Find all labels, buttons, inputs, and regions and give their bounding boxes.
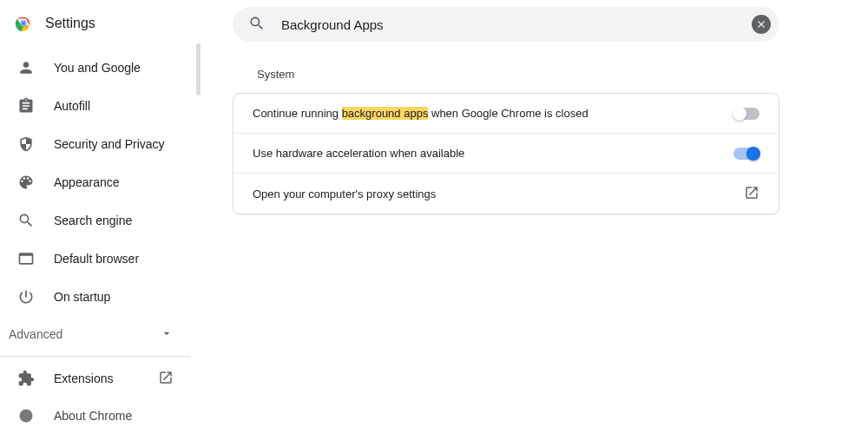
svg-point-3 <box>20 409 33 422</box>
chrome-small-icon <box>17 407 35 424</box>
section-title: System <box>257 68 816 81</box>
row-background-apps: Continue running background apps when Go… <box>233 94 779 134</box>
row-label: Open your computer's proxy settings <box>253 187 744 201</box>
toggle-hardware-acceleration[interactable] <box>733 148 760 160</box>
shield-icon <box>17 135 35 153</box>
row-hardware-acceleration: Use hardware acceleration when available <box>233 134 779 174</box>
sidebar-scrollbar[interactable] <box>191 0 201 434</box>
sidebar-item-you-and-google[interactable]: You and Google <box>0 49 191 87</box>
sidebar-item-label: About Chrome <box>54 409 132 423</box>
svg-point-2 <box>22 22 26 26</box>
palette-icon <box>17 174 35 191</box>
open-in-new-icon <box>158 370 174 388</box>
label-text-pre: Continue running <box>253 107 342 120</box>
search-highlight: background apps <box>342 107 429 120</box>
person-icon <box>17 59 35 76</box>
scrollbar-thumb[interactable] <box>196 43 201 95</box>
toggle-knob <box>733 107 746 121</box>
sidebar-item-security[interactable]: Security and Privacy <box>0 125 191 163</box>
clear-search-button[interactable] <box>752 15 771 34</box>
browser-icon <box>17 250 35 267</box>
advanced-label: Advanced <box>9 327 62 341</box>
search-input[interactable] <box>281 17 752 32</box>
extension-icon <box>17 370 35 387</box>
sidebar-item-label: Security and Privacy <box>54 137 165 151</box>
main-content: System Continue running background apps … <box>201 0 868 434</box>
close-icon <box>755 18 767 30</box>
sidebar-item-label: On startup <box>54 290 110 304</box>
sidebar-divider <box>0 356 191 357</box>
app-title: Settings <box>45 16 95 31</box>
open-in-new-icon <box>744 185 760 203</box>
search-bar <box>233 7 779 42</box>
row-label: Continue running background apps when Go… <box>253 107 733 120</box>
search-icon <box>17 212 35 229</box>
sidebar-advanced-toggle[interactable]: Advanced <box>0 316 191 352</box>
sidebar-header: Settings <box>0 9 191 49</box>
sidebar-item-on-startup[interactable]: On startup <box>0 278 191 316</box>
label-text-post: when Google Chrome is closed <box>428 107 588 120</box>
sidebar-item-default-browser[interactable]: Default browser <box>0 240 191 278</box>
sidebar-item-label: You and Google <box>54 61 141 75</box>
sidebar-item-label: Search engine <box>54 214 132 227</box>
row-label: Use hardware acceleration when available <box>253 147 733 160</box>
power-icon <box>17 288 35 306</box>
sidebar-item-search-engine[interactable]: Search engine <box>0 201 191 240</box>
sidebar-item-about-chrome[interactable]: About Chrome <box>0 398 191 434</box>
row-proxy-settings[interactable]: Open your computer's proxy settings <box>233 174 779 214</box>
search-icon <box>248 15 266 35</box>
sidebar-item-appearance[interactable]: Appearance <box>0 163 191 201</box>
system-card: Continue running background apps when Go… <box>233 93 779 214</box>
sidebar-item-label: Appearance <box>54 175 120 189</box>
sidebar-nav: You and Google Autofill Security and Pri… <box>0 49 191 316</box>
sidebar-item-label: Extensions <box>54 372 113 385</box>
sidebar-item-extensions[interactable]: Extensions <box>0 360 191 397</box>
sidebar-item-label: Autofill <box>54 99 90 113</box>
assignment-icon <box>17 97 35 115</box>
sidebar-item-label: Default browser <box>54 252 139 266</box>
sidebar: Settings You and Google Autofill Securit… <box>0 0 191 434</box>
chevron-down-icon <box>160 326 174 343</box>
toggle-knob <box>746 147 760 161</box>
toggle-background-apps[interactable] <box>733 108 760 120</box>
chrome-logo-icon <box>14 14 33 33</box>
sidebar-item-autofill[interactable]: Autofill <box>0 87 191 125</box>
